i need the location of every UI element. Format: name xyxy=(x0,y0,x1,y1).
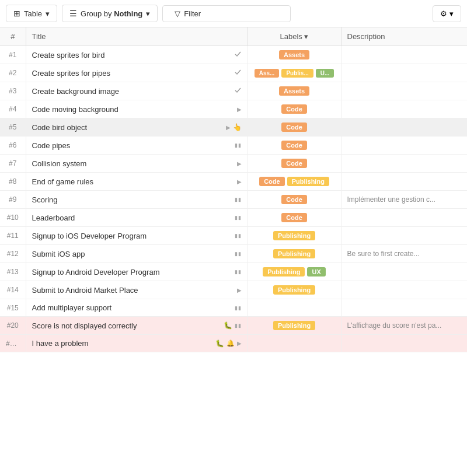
row-title[interactable]: Submit iOS app▮▮ xyxy=(26,245,248,263)
label-badge[interactable]: Publishing xyxy=(273,249,315,258)
title-text: Code bird object xyxy=(32,123,226,132)
table-row[interactable]: #4Code moving background▶Code xyxy=(0,100,467,118)
label-badge[interactable]: Assets xyxy=(279,86,309,96)
table-row[interactable]: #20Score is not displayed correctly🐛▮▮Pu… xyxy=(0,317,467,335)
table-row[interactable]: #12Submit iOS app▮▮PublishingBe sure to … xyxy=(0,245,467,263)
title-text: I have a problem xyxy=(32,339,215,348)
row-number: #235 xyxy=(0,335,26,352)
row-title[interactable]: Collision system▶ xyxy=(26,155,248,173)
label-badge[interactable]: Code xyxy=(281,141,307,150)
table-row[interactable]: #235I have a problem🐛🔔▶ xyxy=(0,335,467,352)
title-text: Code pipes xyxy=(32,141,235,150)
title-text: Add multiplayer support xyxy=(32,303,235,312)
row-number: #4 xyxy=(0,100,26,118)
label-badge[interactable]: Publishing xyxy=(273,231,315,240)
row-title[interactable]: End of game rules▶ xyxy=(26,173,248,191)
title-text: Signup to iOS Developer Program xyxy=(32,232,235,240)
row-title[interactable]: Code bird object▶👆 xyxy=(26,118,248,136)
label-badge[interactable]: Publis... xyxy=(281,69,313,78)
row-title[interactable]: Add multiplayer support▮▮ xyxy=(26,299,248,317)
row-description xyxy=(341,64,467,82)
row-number: #15 xyxy=(0,299,26,317)
label-badge[interactable]: Code xyxy=(281,123,307,132)
row-number: #5 xyxy=(0,118,26,136)
row-description xyxy=(341,281,467,299)
row-title[interactable]: I have a problem🐛🔔▶ xyxy=(26,335,248,352)
row-title[interactable]: Signup to Android Developer Program▮▮ xyxy=(26,263,248,281)
title-text: End of game rules xyxy=(32,177,237,186)
table-row[interactable]: #2Create sprites for pipesAss...Publis..… xyxy=(0,64,467,82)
row-title[interactable]: Create sprites for pipes xyxy=(26,64,248,82)
row-title[interactable]: Submit to Android Market Place▶ xyxy=(26,281,248,299)
row-title[interactable]: Create sprites for bird xyxy=(26,46,248,64)
row-number: #7 xyxy=(0,155,26,173)
title-text: Leaderboard xyxy=(32,214,235,222)
filter-button[interactable]: Filter xyxy=(162,5,291,22)
settings-button[interactable]: ⚙ xyxy=(433,5,461,22)
row-number: #11 xyxy=(0,227,26,245)
table-row[interactable]: #14Submit to Android Market Place▶Publis… xyxy=(0,281,467,299)
row-labels xyxy=(248,299,341,317)
row-title[interactable]: Code pipes▮▮ xyxy=(26,136,248,155)
table-row[interactable]: #13Signup to Android Developer Program▮▮… xyxy=(0,263,467,281)
table-row[interactable]: #10Leaderboard▮▮Code xyxy=(0,209,467,227)
table-row[interactable]: #11Signup to iOS Developer Program▮▮Publ… xyxy=(0,227,467,245)
row-title[interactable]: Code moving background▶ xyxy=(26,100,248,118)
row-number: #8 xyxy=(0,173,26,191)
row-number: #9 xyxy=(0,191,26,209)
pause-icon: ▮▮ xyxy=(235,323,242,328)
row-description xyxy=(341,46,467,64)
row-labels xyxy=(248,335,341,352)
pause-icon: ▮▮ xyxy=(235,233,242,239)
label-badge[interactable]: Publishing xyxy=(273,321,315,330)
label-badge[interactable]: Code xyxy=(281,159,307,168)
table-row[interactable]: #9Scoring▮▮CodeImplémenter une gestion c… xyxy=(0,191,467,209)
row-title[interactable]: Create background image xyxy=(26,82,248,100)
table-row[interactable]: #3Create background imageAssets xyxy=(0,82,467,100)
row-number: #13 xyxy=(0,263,26,281)
bug-icon: 🐛 xyxy=(215,340,224,348)
label-badge[interactable]: Code xyxy=(281,104,307,114)
row-labels: Assets xyxy=(248,82,341,100)
bell-icon: 🔔 xyxy=(226,340,235,347)
pause-icon: ▮▮ xyxy=(235,305,242,311)
table-row[interactable]: #8End of game rules▶CodePublishing xyxy=(0,173,467,191)
row-title[interactable]: Leaderboard▮▮ xyxy=(26,209,248,227)
title-text: Score is not displayed correctly xyxy=(32,321,224,330)
pause-icon: ▮▮ xyxy=(235,251,242,257)
table-row[interactable]: #6Code pipes▮▮Code xyxy=(0,136,467,155)
row-title[interactable]: Scoring▮▮ xyxy=(26,191,248,209)
row-labels: Code xyxy=(248,100,341,118)
table-row[interactable]: #1Create sprites for birdAssets xyxy=(0,46,467,64)
label-badge[interactable]: Code xyxy=(259,177,285,186)
label-badge[interactable]: Publishing xyxy=(273,285,315,295)
col-header-num: # xyxy=(0,27,26,46)
play-icon: ▶ xyxy=(237,178,242,185)
label-badge[interactable]: Code xyxy=(281,213,307,222)
table-row[interactable]: #7Collision system▶Code xyxy=(0,155,467,173)
row-labels: Code xyxy=(248,209,341,227)
play-icon: ▶ xyxy=(237,160,242,167)
label-badge[interactable]: Assets xyxy=(279,50,309,60)
table-row[interactable]: #5Code bird object▶👆Code xyxy=(0,118,467,136)
label-badge[interactable]: Code xyxy=(281,195,307,204)
row-description xyxy=(341,263,467,281)
table-button[interactable]: Table xyxy=(6,5,57,22)
pause-icon: ▮▮ xyxy=(235,269,242,275)
label-badge[interactable]: Ass... xyxy=(255,69,280,78)
label-badge[interactable]: UX xyxy=(307,267,325,276)
row-labels: Publishing xyxy=(248,317,341,335)
cursor-icon: 👆 xyxy=(233,123,242,131)
settings-icon: ⚙ xyxy=(440,9,447,18)
row-description: Implémenter une gestion c... xyxy=(341,191,467,209)
check-icon xyxy=(234,86,242,96)
filter-icon xyxy=(175,9,180,18)
label-badge[interactable]: Publishing xyxy=(263,267,305,276)
group-by-button[interactable]: Group by Nothing xyxy=(62,5,158,22)
table-row[interactable]: #15Add multiplayer support▮▮ xyxy=(0,299,467,317)
col-header-description: Description xyxy=(341,27,467,46)
label-badge[interactable]: U... xyxy=(316,69,334,78)
row-title[interactable]: Signup to iOS Developer Program▮▮ xyxy=(26,227,248,245)
label-badge[interactable]: Publishing xyxy=(287,177,329,186)
row-title[interactable]: Score is not displayed correctly🐛▮▮ xyxy=(26,317,248,335)
